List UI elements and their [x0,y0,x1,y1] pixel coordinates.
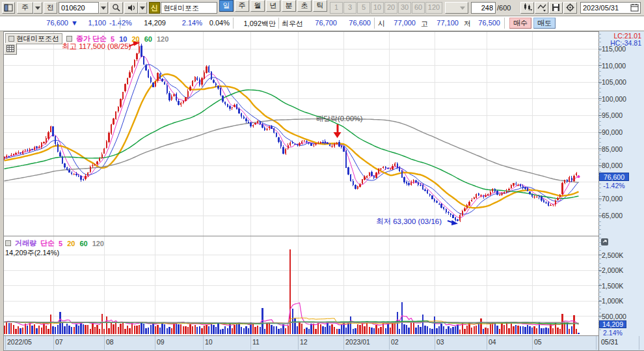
trade-amount: 1,092백만 [235,19,276,29]
last-date-axis-label: 05/31 [601,338,618,346]
price-axis-label: 85,000 [602,145,623,153]
legend-square-icon[interactable] [5,240,11,246]
high-value: 77,100 [429,19,459,27]
ex-dividend-annotation: 배당락(0.00%) [316,114,363,124]
chevron-down-icon [460,7,465,10]
month-axis-label: 10 [205,338,213,346]
period-tab-틱[interactable]: 틱 [313,0,327,12]
buy-button[interactable]: 매수 [509,18,531,29]
divider [278,18,279,29]
ma-legend-item-5[interactable]: 5 [59,240,62,247]
search-icon [112,3,120,12]
volume-value: 14,209 [127,19,166,27]
stock-name-field[interactable]: 현대미포조 [161,2,217,14]
sound-button[interactable] [124,2,138,14]
bar-count-input[interactable] [471,2,496,14]
ma-legend-item-60[interactable]: 60 [79,240,87,247]
divider [120,18,120,29]
period-tab-주[interactable]: 주 [235,0,249,12]
minute-button-30[interactable]: 30 [398,2,411,14]
legend-square-icon[interactable] [66,36,72,42]
period-tab-분[interactable]: 분 [282,0,296,12]
minute-button-3[interactable]: 3 [343,2,356,14]
minute-button-5[interactable]: 5 [357,2,370,14]
month-axis-label: 09 [157,338,165,346]
open-value: 77,000 [386,19,416,27]
legend-square-icon [8,36,14,42]
sound-dropdown[interactable] [138,2,147,14]
chevron-down-icon [101,7,106,10]
low-value: 76,500 [470,19,500,27]
chevron-down-icon [140,7,145,10]
trendline-tool-button[interactable] [535,2,548,14]
month-axis-label: 2023/01 [345,338,370,346]
sell-button[interactable]: 매도 [533,18,556,29]
minute-button-10[interactable]: 10 [371,2,384,14]
best-bid: 76,600 [340,19,371,27]
month-axis-label: 11 [252,338,260,346]
save-icon [552,3,560,12]
minute-button-group: 13510203060120 [330,2,443,14]
minute-button-120[interactable]: 120 [425,2,442,14]
window-mode-button[interactable] [2,2,15,14]
minute-button-1[interactable]: 1 [330,2,343,14]
code-dropdown[interactable] [99,2,108,14]
ma-legend-item-60[interactable]: 60 [144,35,152,43]
chart-grid-button[interactable] [4,43,17,55]
volume-readout: 14,209주(2.14%) [5,248,59,258]
month-axis-label: 12 [300,338,308,346]
volume-ma-items: 52060120 [59,240,104,247]
current-price-pct: -1.42% [599,182,629,190]
date-field[interactable]: 2023/05/31 [580,2,641,14]
volume-ratio: 2.14% [173,19,202,27]
disabled-dropdown[interactable] [445,2,468,14]
expand-panel-icon [601,238,608,246]
settings-button[interactable] [563,2,577,14]
add-indicator-button[interactable] [520,2,534,14]
price-axis-label: 80,000 [602,161,623,169]
prev-button[interactable]: 전 [44,2,57,14]
ma-legend-item-120[interactable]: 120 [157,35,168,43]
period-tab-초[interactable]: 초 [297,0,312,12]
credit-badge: 신 [149,2,160,14]
speaker-icon [127,4,136,12]
month-axis-label: 2022/05 [7,338,32,346]
period-tab-년[interactable]: 년 [266,0,280,12]
current-price: 76,600 [7,19,68,27]
candle-add-icon [523,3,532,12]
ma-legend-item-120[interactable]: 120 [92,240,104,247]
minute-button-60[interactable]: 60 [412,2,425,14]
toolbar: 주 전 신 현대미포조 일주월년분초틱 13510203060120 /600 [0,0,644,16]
price-axis-label: 105,000 [602,78,626,86]
volume-axis-label: 2,500K [602,251,623,259]
ma-legend-item-20[interactable]: 20 [67,240,75,247]
open-label: 시 [378,19,385,29]
volume-axis-label: 500,000 [602,313,626,320]
month-axis-label: 08 [106,338,114,346]
ma-legend-item-20[interactable]: 20 [131,35,139,43]
grid-icon [7,45,14,52]
save-button[interactable] [549,2,563,14]
best-quote-label: 최우선 [282,19,303,29]
chart-type-button[interactable]: 주 [17,2,33,14]
search-button[interactable] [109,2,123,14]
volume-axis-label: 1,500K [602,282,623,290]
gear-icon [566,3,574,12]
bar-count-max-label: /600 [497,4,511,12]
down-arrow-icon: ▼ [71,19,78,27]
price-axis-label: 65,000 [602,212,623,219]
chart-type-dropdown[interactable] [33,2,42,14]
chevron-down-icon [35,7,40,10]
calendar-icon[interactable] [630,3,639,12]
minute-button-20[interactable]: 20 [384,2,397,14]
period-tab-일[interactable]: 일 [219,0,234,12]
price-axis-label: 95,000 [602,111,623,119]
period-tab-group: 일주월년분초틱 [219,0,329,12]
window-icon [4,4,13,12]
divider [374,18,375,29]
period-tab-월[interactable]: 월 [250,0,265,12]
price-axis-label: 70,000 [602,195,623,203]
highest-price-annotation: 최고 117,500 (08/25) [62,42,131,51]
volume-ma-legend-label: 단순 [40,238,55,248]
stock-code-input[interactable] [59,2,99,14]
